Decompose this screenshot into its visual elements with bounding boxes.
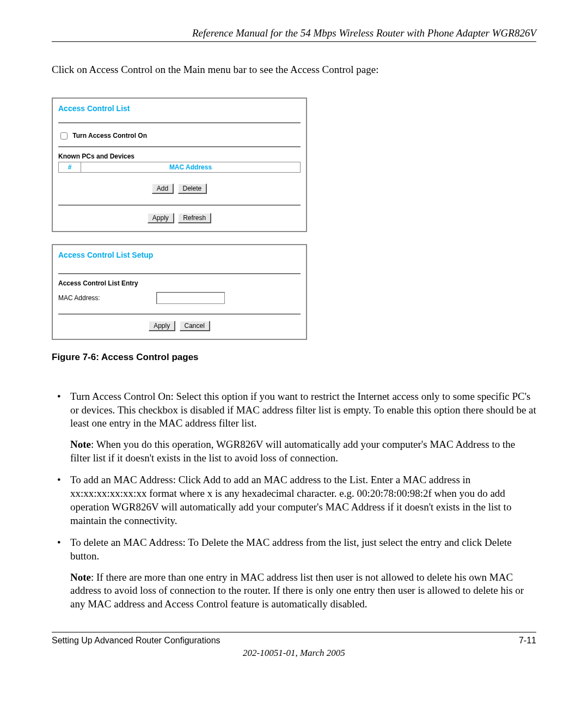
acl-panel-title: Access Control List — [58, 104, 301, 123]
refresh-button[interactable]: Refresh — [178, 213, 211, 223]
acl-add-delete-row: Add Delete — [58, 184, 301, 194]
footer-docid: 202-10051-01, March 2005 — [52, 648, 536, 659]
footer-section: Setting Up Advanced Router Configuration… — [52, 636, 220, 646]
bullet-text: To add an MAC Address: Click Add to add … — [70, 474, 511, 526]
note-text: : If there are more than one entry in MA… — [70, 571, 524, 610]
col-num: # — [59, 162, 81, 173]
access-control-list-panel: Access Control List Turn Access Control … — [52, 98, 307, 232]
note-block: Note: If there are more than one entry i… — [70, 571, 536, 611]
note-label: Note — [70, 439, 91, 450]
col-mac: MAC Address — [81, 162, 301, 173]
mac-address-label: MAC Address: — [58, 294, 156, 302]
entry-label: Access Control List Entry — [58, 279, 301, 287]
acl-apply-refresh-row: Apply Refresh — [58, 205, 301, 223]
header-rule — [52, 41, 536, 42]
note-text: : When you do this operation, WGR826V wi… — [70, 439, 515, 464]
setup-panel-title: Access Control List Setup — [58, 251, 301, 274]
note-label: Note — [70, 571, 91, 583]
setup-apply-button[interactable]: Apply — [149, 321, 175, 331]
known-pcs-table: # MAC Address — [58, 162, 301, 173]
mac-address-row: MAC Address: — [58, 289, 301, 314]
add-button[interactable]: Add — [152, 184, 174, 194]
note-block: Note: When you do this operation, WGR826… — [70, 438, 536, 465]
figure-caption: Figure 7-6: Access Control pages — [52, 352, 536, 363]
turn-access-control-checkbox[interactable] — [60, 132, 68, 139]
mac-address-input[interactable] — [156, 292, 225, 304]
list-item: To delete an MAC Address: To Delete the … — [52, 536, 536, 611]
bullet-text: Turn Access Control On: Select this opti… — [70, 391, 536, 429]
intro-text: Click on Access Control on the Main menu… — [52, 64, 536, 76]
table-header-row: # MAC Address — [59, 162, 301, 173]
apply-button[interactable]: Apply — [148, 213, 174, 223]
turn-access-control-label: Turn Access Control On — [72, 132, 147, 139]
setup-apply-cancel-row: Apply Cancel — [58, 321, 301, 331]
page-header-title: Reference Manual for the 54 Mbps Wireles… — [52, 27, 536, 39]
page-footer: Setting Up Advanced Router Configuration… — [52, 632, 536, 659]
footer-rule — [52, 632, 536, 632]
footer-page-number: 7-11 — [519, 636, 536, 646]
list-item: To add an MAC Address: Click Add to add … — [52, 473, 536, 527]
known-pcs-label: Known PCs and Devices — [58, 153, 301, 160]
list-item: Turn Access Control On: Select this opti… — [52, 390, 536, 465]
delete-button[interactable]: Delete — [178, 184, 207, 194]
bullet-text: To delete an MAC Address: To Delete the … — [70, 537, 512, 562]
body-bullet-list: Turn Access Control On: Select this opti… — [52, 390, 536, 611]
turn-access-control-row: Turn Access Control On — [58, 129, 301, 147]
cancel-button[interactable]: Cancel — [180, 321, 210, 331]
access-control-setup-panel: Access Control List Setup Access Control… — [52, 244, 307, 340]
